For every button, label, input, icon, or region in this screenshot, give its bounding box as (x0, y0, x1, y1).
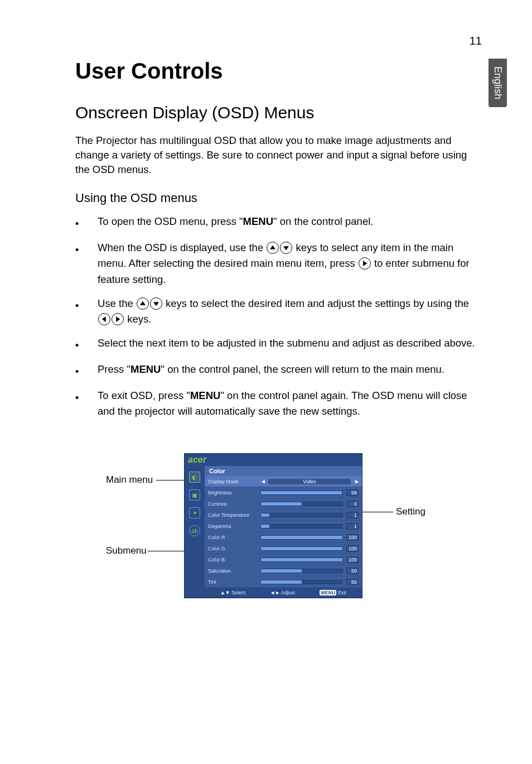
osd-label: Color Temperature (208, 512, 257, 518)
right-arrow-icon (359, 257, 371, 270)
osd-row: Brightness99 (205, 487, 362, 498)
osd-slider (260, 569, 343, 573)
down-arrow-icon (150, 297, 162, 310)
osd-slider (260, 546, 343, 551)
osd-mode-value: Video (268, 479, 351, 484)
osd-main: Color Display Mode ◄ Video ► Brightness9… (205, 466, 362, 598)
osd-row: Color R100 (205, 532, 362, 543)
callout-line (360, 512, 393, 512)
page-number: 11 (470, 35, 482, 47)
osd-slider (260, 491, 343, 495)
osd-label: Saturation (208, 568, 257, 574)
osd-row: Contrast0 (205, 498, 362, 510)
osd-figure: Main menu Submenu Setting acer ◐ ▣ ✦ ab … (75, 453, 482, 632)
down-arrow-icon (280, 242, 292, 254)
bullet-icon: • (75, 335, 98, 354)
list-item: • Press "MENU" on the control panel, the… (75, 362, 482, 380)
footer-adjust: ◄► Adjust (270, 590, 295, 595)
text: Select the next item to be adjusted in t… (98, 335, 482, 352)
osd-label: Degamma (208, 523, 257, 529)
osd-value: 100 (346, 534, 359, 541)
osd-label: Tint (208, 579, 257, 585)
instruction-list: • To open the OSD menu, press "MENU" on … (75, 214, 482, 420)
text: To exit OSD, press " (98, 390, 190, 401)
list-item: • To exit OSD, press "MENU" on the contr… (75, 388, 482, 420)
osd-slider (260, 535, 343, 540)
osd-value: 1 (346, 512, 359, 518)
osd-slider (260, 513, 343, 517)
menu-label: MENU (243, 215, 273, 227)
list-item: • Select the next item to be adjusted in… (75, 335, 482, 354)
heading-user-controls: User Controls (75, 59, 482, 84)
osd-row-display-mode: Display Mode ◄ Video ► (205, 476, 362, 487)
up-arrow-icon (137, 297, 149, 310)
osd-label: Display Mode (208, 479, 257, 484)
bullet-icon: • (75, 388, 98, 406)
text: When the OSD is displayed, use the (98, 242, 266, 253)
osd-slider (260, 502, 343, 506)
text: Press " (98, 363, 130, 375)
list-item: • When the OSD is displayed, use the key… (75, 240, 482, 288)
up-arrow-icon (267, 242, 279, 254)
left-arrow-icon: ◄ (260, 478, 265, 484)
list-item: • Use the keys to select the desired ite… (75, 296, 482, 328)
osd-label: Brightness (208, 490, 257, 496)
osd-value: 100 (346, 556, 359, 563)
heading-using-osd: Using the OSD menus (75, 191, 482, 205)
language-tab: English (489, 59, 507, 107)
osd-value: 0 (346, 501, 359, 507)
callout-setting: Setting (396, 506, 425, 517)
text: keys to select the desired item and adju… (166, 297, 469, 309)
left-arrow-icon (98, 313, 110, 325)
osd-value: 50 (346, 568, 359, 574)
menu-label: MENU (190, 390, 220, 401)
text: " on the control panel, the screen will … (161, 363, 444, 375)
osd-label: Color G (208, 546, 257, 551)
right-arrow-icon (112, 313, 124, 325)
callout-main-menu: Main menu (106, 474, 153, 486)
osd-title: Color (205, 466, 362, 476)
osd-label: Contrast (208, 501, 257, 507)
text: To open the OSD menu, press " (98, 215, 243, 227)
osd-row: Saturation50 (205, 565, 362, 576)
list-item: • To open the OSD menu, press "MENU" on … (75, 214, 482, 232)
osd-value: 99 (346, 489, 359, 496)
osd-row: Tint50 (205, 576, 362, 588)
text: Use the (98, 297, 136, 309)
osd-value: 100 (346, 545, 359, 552)
bullet-icon: • (75, 240, 98, 258)
menu-label: MENU (130, 363, 161, 375)
osd-value: 1 (346, 523, 359, 530)
footer-exit: MENU Exit (320, 590, 346, 595)
osd-panel: acer ◐ ▣ ✦ ab Color Display Mode ◄ Video (184, 453, 362, 598)
osd-row: Degamma1 (205, 521, 362, 532)
footer-select: ▲▼ Select (220, 590, 245, 595)
text: keys. (127, 313, 151, 325)
bullet-icon: • (75, 362, 98, 380)
bullet-icon: • (75, 296, 98, 314)
language-tab-icon: ab (189, 525, 200, 536)
osd-row: Color G100 (205, 543, 362, 554)
bullet-icon: • (75, 214, 98, 232)
right-arrow-icon: ► (354, 478, 359, 484)
osd-slider (260, 558, 343, 562)
osd-footer: ▲▼ Select ◄► Adjust MENU Exit (205, 588, 362, 598)
osd-sidebar: ◐ ▣ ✦ ab (185, 466, 205, 598)
callout-submenu: Submenu (106, 545, 147, 556)
acer-logo: acer (185, 454, 362, 466)
management-tab-icon: ✦ (189, 507, 200, 518)
osd-value: 50 (346, 579, 359, 585)
osd-row: Color Temperature1 (205, 510, 362, 521)
intro-paragraph: The Projector has multilingual OSD that … (75, 133, 482, 177)
heading-osd-menus: Onscreen Display (OSD) Menus (75, 103, 482, 122)
text: " on the control panel. (273, 215, 373, 227)
osd-slider (260, 580, 343, 584)
osd-label: Color R (208, 535, 257, 540)
osd-row: Color B100 (205, 554, 362, 565)
osd-slider (260, 524, 343, 528)
image-tab-icon: ▣ (189, 489, 200, 501)
color-tab-icon: ◐ (189, 472, 200, 483)
osd-label: Color B (208, 557, 257, 563)
